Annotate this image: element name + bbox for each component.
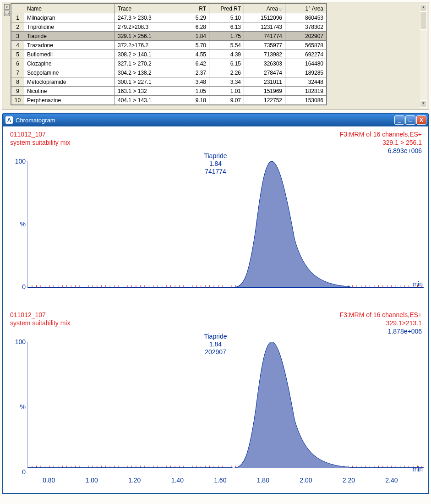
cell-name[interactable]: Scopolamine bbox=[24, 68, 115, 77]
table-row[interactable]: 6Clozapine327.1 > 270.26.426.15326303164… bbox=[11, 59, 327, 68]
cell-trace[interactable]: 304.2 > 138.2 bbox=[115, 68, 177, 77]
cell-rt[interactable]: 6.28 bbox=[177, 22, 209, 32]
cell-primary-area[interactable]: 153086 bbox=[285, 96, 327, 105]
chromatogram-titlebar[interactable]: Λ Chromatogram _ □ X bbox=[3, 114, 428, 126]
cell-trace[interactable]: 279.2>208.3 bbox=[115, 22, 177, 32]
col-predrt[interactable]: Pred.RT bbox=[209, 4, 244, 13]
row-number[interactable]: 9 bbox=[11, 87, 24, 96]
cell-primary-area[interactable]: 189285 bbox=[285, 68, 327, 77]
cell-area[interactable]: 231011 bbox=[244, 77, 285, 87]
cell-name[interactable]: Trazadone bbox=[24, 41, 115, 50]
cell-area[interactable]: 151969 bbox=[244, 87, 285, 96]
cell-name[interactable]: Triprolidine bbox=[24, 22, 115, 32]
table-row[interactable]: 1Milnacipran247.3 > 230.35.295.101512096… bbox=[11, 13, 327, 22]
col-trace[interactable]: Trace bbox=[115, 4, 177, 13]
cell-area[interactable]: 278474 bbox=[244, 68, 285, 77]
scroll-track[interactable] bbox=[420, 30, 427, 100]
cell-name[interactable]: Perphenazine bbox=[24, 96, 115, 105]
row-number[interactable]: 1 bbox=[11, 13, 24, 22]
col-area[interactable]: Area▽ bbox=[244, 4, 285, 13]
table-row[interactable]: 2Triprolidine279.2>208.36.286.1312317433… bbox=[11, 22, 327, 32]
cell-area[interactable]: 122752 bbox=[244, 96, 285, 105]
cell-name[interactable]: Nicotine bbox=[24, 87, 115, 96]
chromatogram-plot-2[interactable]: 011012_107 system suitability mix F3:MRM… bbox=[4, 307, 427, 492]
table-row[interactable]: 4Trazadone372.2>176.25.705.5473597756587… bbox=[11, 41, 327, 50]
cell-predrt[interactable]: 2.26 bbox=[209, 68, 244, 77]
row-number[interactable]: 2 bbox=[11, 22, 24, 32]
cell-trace[interactable]: 329.1 > 256.1 bbox=[115, 32, 177, 41]
compound-table[interactable]: Name Trace RT Pred.RT Area▽ 1° Area 1Mil… bbox=[11, 4, 327, 105]
row-number[interactable]: 6 bbox=[11, 59, 24, 68]
cell-name[interactable]: Metoclopramide bbox=[24, 77, 115, 87]
cell-trace[interactable]: 247.3 > 230.3 bbox=[115, 13, 177, 22]
row-number[interactable]: 3 bbox=[11, 32, 24, 41]
row-number[interactable]: 10 bbox=[11, 96, 24, 105]
table-vertical-scrollbar[interactable]: ▴ ▾ bbox=[420, 4, 427, 108]
dock-panel-icon[interactable]: ▭ bbox=[4, 11, 10, 16]
cell-trace[interactable]: 327.1 > 270.2 bbox=[115, 59, 177, 68]
table-row[interactable]: 5Buflomedil308.2 > 140.14.554.3971398269… bbox=[11, 50, 327, 59]
col-name[interactable]: Name bbox=[24, 4, 115, 13]
cell-predrt[interactable]: 1.75 bbox=[209, 32, 244, 41]
cell-primary-area[interactable]: 378302 bbox=[285, 22, 327, 32]
cell-rt[interactable]: 1.05 bbox=[177, 87, 209, 96]
cell-area[interactable]: 741774 bbox=[244, 32, 285, 41]
row-number[interactable]: 8 bbox=[11, 77, 24, 87]
cell-area[interactable]: 1512096 bbox=[244, 13, 285, 22]
row-number[interactable]: 5 bbox=[11, 50, 24, 59]
maximize-button[interactable]: □ bbox=[405, 115, 415, 125]
cell-predrt[interactable]: 6.15 bbox=[209, 59, 244, 68]
cell-rt[interactable]: 5.70 bbox=[177, 41, 209, 50]
cell-primary-area[interactable]: 202907 bbox=[285, 32, 327, 41]
cell-predrt[interactable]: 1.01 bbox=[209, 87, 244, 96]
cell-name[interactable]: Tiapride bbox=[24, 32, 115, 41]
scroll-down-icon[interactable]: ▾ bbox=[420, 100, 427, 108]
cell-primary-area[interactable]: 692274 bbox=[285, 50, 327, 59]
cell-rt[interactable]: 1.84 bbox=[177, 32, 209, 41]
table-row[interactable]: 7Scopolamine304.2 > 138.22.372.262784741… bbox=[11, 68, 327, 77]
cell-primary-area[interactable]: 164480 bbox=[285, 59, 327, 68]
cell-trace[interactable]: 404.1 > 143.1 bbox=[115, 96, 177, 105]
scroll-up-icon[interactable]: ▴ bbox=[420, 4, 427, 11]
cell-predrt[interactable]: 5.10 bbox=[209, 13, 244, 22]
cell-name[interactable]: Buflomedil bbox=[24, 50, 115, 59]
row-number[interactable]: 7 bbox=[11, 68, 24, 77]
cell-primary-area[interactable]: 182819 bbox=[285, 87, 327, 96]
cell-trace[interactable]: 308.2 > 140.1 bbox=[115, 50, 177, 59]
cell-predrt[interactable]: 4.39 bbox=[209, 50, 244, 59]
cell-rt[interactable]: 4.55 bbox=[177, 50, 209, 59]
cell-predrt[interactable]: 5.54 bbox=[209, 41, 244, 50]
cell-area[interactable]: 1231743 bbox=[244, 22, 285, 32]
cell-area[interactable]: 735977 bbox=[244, 41, 285, 50]
cell-rt[interactable]: 2.37 bbox=[177, 68, 209, 77]
cell-name[interactable]: Clozapine bbox=[24, 59, 115, 68]
cell-predrt[interactable]: 6.13 bbox=[209, 22, 244, 32]
close-button[interactable]: X bbox=[416, 115, 426, 125]
col-rt[interactable]: RT bbox=[177, 4, 209, 13]
scroll-thumb[interactable] bbox=[420, 11, 427, 30]
cell-predrt[interactable]: 9.07 bbox=[209, 96, 244, 105]
table-row[interactable]: 8Metoclopramide300.1 > 227.13.483.342310… bbox=[11, 77, 327, 87]
chromatogram-plot-1[interactable]: 011012_107 system suitability mix F3:MRM… bbox=[4, 126, 427, 307]
cell-rt[interactable]: 6.42 bbox=[177, 59, 209, 68]
table-row[interactable]: 10Perphenazine404.1 > 143.19.189.0712275… bbox=[11, 96, 327, 105]
cell-rt[interactable]: 5.29 bbox=[177, 13, 209, 22]
cell-primary-area[interactable]: 565878 bbox=[285, 41, 327, 50]
cell-trace[interactable]: 300.1 > 227.1 bbox=[115, 77, 177, 87]
cell-rt[interactable]: 9.18 bbox=[177, 96, 209, 105]
close-panel-icon[interactable]: x bbox=[4, 4, 10, 10]
cell-rt[interactable]: 3.48 bbox=[177, 77, 209, 87]
cell-primary-area[interactable]: 860453 bbox=[285, 13, 327, 22]
cell-trace[interactable]: 163.1 > 132 bbox=[115, 87, 177, 96]
col-primary-area[interactable]: 1° Area bbox=[285, 4, 327, 13]
cell-area[interactable]: 713982 bbox=[244, 50, 285, 59]
col-rownum[interactable] bbox=[11, 4, 24, 13]
cell-trace[interactable]: 372.2>176.2 bbox=[115, 41, 177, 50]
cell-area[interactable]: 326303 bbox=[244, 59, 285, 68]
minimize-button[interactable]: _ bbox=[394, 115, 404, 125]
table-row[interactable]: 3Tiapride329.1 > 256.11.841.757417742029… bbox=[11, 32, 327, 41]
cell-predrt[interactable]: 3.34 bbox=[209, 77, 244, 87]
table-row[interactable]: 9Nicotine163.1 > 1321.051.01151969182819 bbox=[11, 87, 327, 96]
row-number[interactable]: 4 bbox=[11, 41, 24, 50]
cell-primary-area[interactable]: 32448 bbox=[285, 77, 327, 87]
